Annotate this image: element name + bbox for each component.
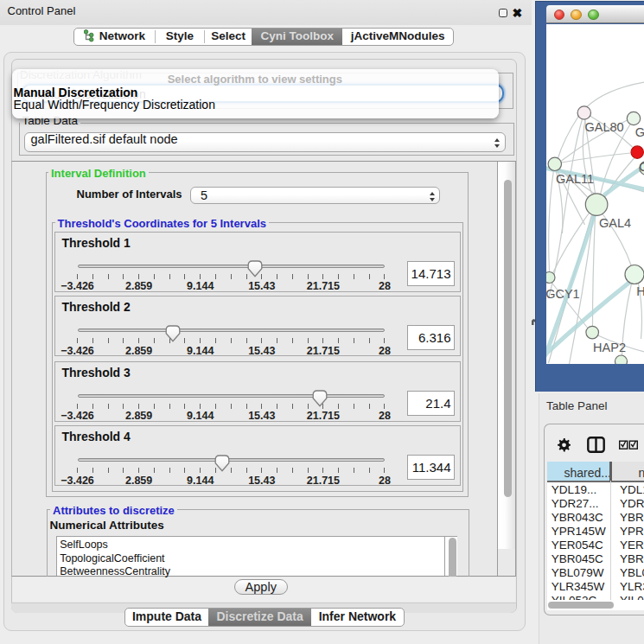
svg-text:H: H — [636, 284, 644, 298]
svg-text:C: C — [639, 160, 644, 174]
svg-text:HAP2: HAP2 — [593, 341, 626, 354]
svg-text:G.: G. — [634, 125, 644, 139]
svg-text:GCY1: GCY1 — [546, 287, 580, 301]
svg-text:GAL80: GAL80 — [584, 120, 623, 134]
svg-text:GAL11: GAL11 — [556, 172, 594, 186]
svg-text:GAL4: GAL4 — [599, 216, 631, 230]
